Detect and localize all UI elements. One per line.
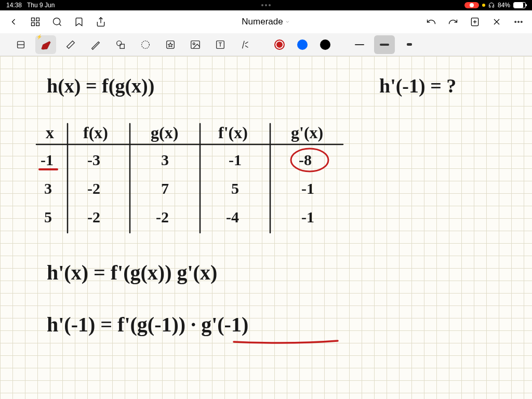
more-button[interactable] — [513, 17, 524, 27]
r2c2: -2 — [156, 208, 169, 225]
readonly-tool[interactable] — [10, 35, 31, 54]
r1c4: -1 — [301, 180, 314, 197]
r2c0: 5 — [44, 208, 52, 225]
multitask-indicator[interactable] — [261, 4, 271, 6]
image-tool[interactable] — [185, 35, 206, 54]
bluetooth-icon: ⚡ — [36, 34, 42, 39]
chevron-down-icon — [285, 19, 290, 24]
svg-rect-0 — [32, 18, 35, 21]
r1c1: -2 — [87, 180, 100, 197]
svg-rect-3 — [36, 23, 39, 26]
undo-button[interactable] — [426, 17, 436, 27]
close-button[interactable] — [491, 17, 502, 27]
pointer-tool[interactable] — [235, 35, 256, 54]
color-blue[interactable] — [297, 39, 308, 50]
r1c0: 3 — [44, 180, 52, 197]
svg-point-14 — [521, 21, 523, 23]
lasso-tool[interactable] — [135, 35, 156, 54]
eq3: h'(x) = f'(g(x)) g'(x) — [47, 261, 217, 284]
svg-point-18 — [142, 41, 150, 48]
th-gx: g(x) — [151, 123, 178, 142]
share-button[interactable] — [96, 17, 106, 27]
svg-point-21 — [193, 43, 195, 45]
recording-indicator[interactable] — [464, 2, 479, 8]
add-page-button[interactable] — [470, 17, 480, 27]
th-fpx: f'(x) — [218, 123, 248, 142]
toolbar: ⚡ — [0, 33, 532, 56]
bookmark-button[interactable] — [74, 17, 84, 27]
r2c1: -2 — [87, 208, 100, 225]
th-x: x — [46, 123, 54, 142]
stroke-medium[interactable] — [374, 35, 395, 54]
redo-button[interactable] — [448, 17, 458, 27]
eq4: h'(-1) = f'(g(-1)) · g'(-1) — [47, 313, 248, 336]
r0c4: -8 — [299, 151, 312, 168]
status-bar: 14:38 Thu 9 Jun 84% — [0, 0, 532, 10]
title-text: Numerade — [242, 17, 283, 27]
r1c2: 7 — [161, 180, 169, 197]
r0c3: -1 — [229, 151, 242, 168]
highlighter-tool[interactable] — [85, 35, 106, 54]
battery-icon — [513, 2, 526, 8]
handwriting-layer: h(x) = f(g(x)) h'(-1) = ? x f(x) g(x) f'… — [0, 56, 532, 399]
stroke-thick[interactable] — [399, 35, 420, 54]
r2c3: -4 — [226, 208, 239, 225]
status-right: 84% — [464, 2, 526, 9]
status-time: 14:38 — [6, 2, 22, 9]
search-button[interactable] — [52, 17, 62, 27]
r2c4: -1 — [301, 208, 314, 225]
canvas[interactable]: h(x) = f(g(x)) h'(-1) = ? x f(x) g(x) f'… — [0, 56, 532, 399]
color-black[interactable] — [320, 39, 330, 50]
eraser-tool[interactable] — [60, 35, 81, 54]
svg-point-13 — [518, 21, 520, 23]
svg-point-4 — [54, 18, 60, 25]
headphones-icon — [488, 2, 495, 8]
svg-point-16 — [117, 41, 122, 45]
svg-rect-1 — [36, 18, 39, 21]
grid-button[interactable] — [30, 17, 41, 27]
shapes-tool[interactable] — [110, 35, 131, 54]
r1c3: 5 — [231, 180, 239, 197]
text-tool[interactable] — [210, 35, 231, 54]
pen-tool[interactable]: ⚡ — [35, 35, 56, 54]
svg-point-12 — [515, 21, 516, 23]
eq2: h'(-1) = ? — [379, 75, 456, 97]
svg-rect-2 — [32, 23, 35, 26]
r0c2: 3 — [161, 151, 169, 168]
svg-rect-20 — [191, 41, 200, 48]
nav-bar: Numerade — [0, 10, 532, 33]
eq1: h(x) = f(g(x)) — [47, 75, 154, 97]
status-left: 14:38 Thu 9 Jun — [6, 2, 55, 9]
color-red[interactable] — [274, 39, 285, 50]
document-title[interactable]: Numerade — [242, 17, 290, 27]
r0c1: -3 — [87, 151, 100, 168]
th-gpx: g'(x) — [291, 123, 323, 142]
th-fx: f(x) — [83, 123, 108, 142]
battery-percent: 84% — [498, 2, 510, 9]
back-button[interactable] — [8, 17, 19, 27]
r0c0: -1 — [41, 151, 54, 168]
status-date: Thu 9 Jun — [27, 2, 55, 9]
svg-line-5 — [59, 24, 61, 26]
location-indicator-icon — [482, 4, 485, 7]
stroke-thin[interactable] — [349, 35, 370, 54]
favorites-tool[interactable] — [160, 35, 181, 54]
